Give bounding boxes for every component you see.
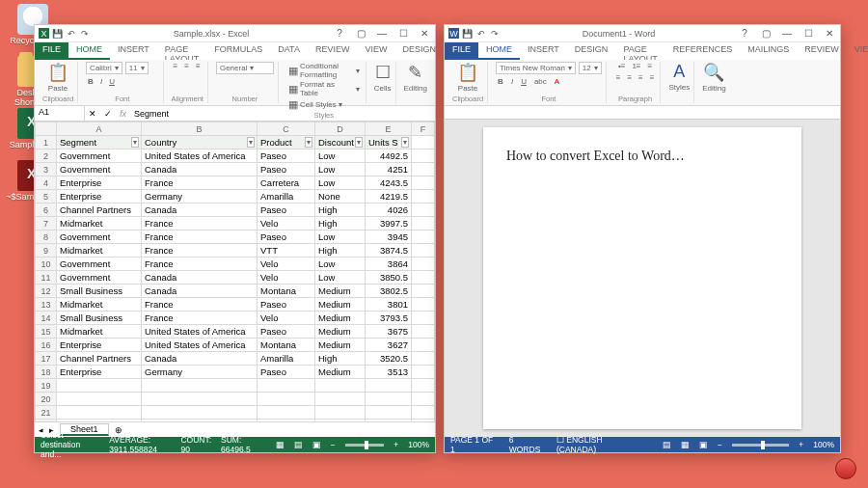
row-header[interactable]: 10 [36,258,57,271]
column-header[interactable] [36,122,57,136]
table-header-cell[interactable]: Product [258,136,315,149]
zoom-level[interactable]: 100% [813,440,834,449]
cell[interactable]: Medium [315,298,366,312]
cell[interactable]: Enterprise [57,176,142,190]
view-read-icon[interactable]: ▤ [663,440,671,449]
align-left-icon[interactable]: ≡ [614,73,623,82]
row-header[interactable]: 16 [36,339,57,352]
cell[interactable]: Paseo [258,149,315,163]
paste-button[interactable]: 📋Paste [42,62,73,93]
cell[interactable]: Montana [258,285,315,298]
word-ruler[interactable] [445,106,840,120]
cell[interactable]: France [142,244,258,258]
status-language[interactable]: ☐ ENGLISH (CANADA) [556,435,643,454]
cell[interactable]: United States of America [142,339,258,352]
cell[interactable]: Paseo [258,203,315,217]
view-print-icon[interactable]: ▦ [681,440,690,449]
document-body-text[interactable]: How to convert Excel to Word… [506,149,685,163]
cell[interactable]: Enterprise [57,339,142,352]
table-header-cell[interactable]: Segment [57,136,142,149]
row-header[interactable]: 2 [36,149,57,163]
tab-references[interactable]: REFERENCES [665,42,741,60]
row-header[interactable]: 20 [36,393,57,406]
zoom-slider[interactable] [345,444,385,447]
maximize-button[interactable]: ☐ [393,25,414,42]
cell[interactable] [366,393,412,406]
cell[interactable]: Medium [315,325,366,339]
ribbon-options-icon[interactable]: ▢ [350,25,371,42]
cell[interactable]: France [142,176,258,190]
cell[interactable]: Canada [142,271,258,285]
numbering-icon[interactable]: 1≡ [630,62,642,70]
cancel-fx-icon[interactable]: ✕ [89,109,96,119]
undo-icon[interactable]: ↶ [475,28,486,39]
cell[interactable]: Paseo [258,325,315,339]
cell[interactable]: VTT [258,244,315,258]
cell[interactable]: Channel Partners [57,203,142,217]
cell[interactable] [57,406,142,420]
cell[interactable]: United States of America [142,325,258,339]
cell[interactable]: Midmarket [57,244,142,258]
cell[interactable]: 3627 [366,339,412,352]
cell[interactable]: Canada [142,203,258,217]
cell[interactable] [258,406,315,420]
strikethrough-button[interactable]: abc [532,77,549,86]
cell[interactable]: Germany [142,190,258,203]
row-header[interactable]: 1 [36,136,57,149]
tray-recorder-icon[interactable] [835,458,856,479]
row-header[interactable]: 17 [36,352,57,366]
font-size-combo[interactable]: 11▾ [125,62,149,74]
new-sheet-icon[interactable]: ⊕ [115,425,122,435]
cell[interactable] [258,393,315,406]
cell[interactable]: 3801 [366,298,412,312]
status-page[interactable]: PAGE 1 OF 1 [450,435,500,454]
italic-button[interactable]: I [98,77,104,86]
tab-home[interactable]: HOME [478,42,520,60]
cell[interactable]: Midmarket [57,217,142,230]
cell[interactable]: Paseo [258,230,315,244]
cell[interactable]: Carretera [258,176,315,190]
cell[interactable]: Enterprise [57,366,142,379]
cell[interactable]: Velo [258,217,315,230]
cell[interactable]: 3802.5 [366,285,412,298]
tab-design[interactable]: DESIGN [567,42,616,60]
cell[interactable] [412,406,435,420]
tab-home[interactable]: HOME [68,42,110,60]
row-header[interactable]: 19 [36,379,57,393]
cell[interactable]: Canada [142,352,258,366]
cell[interactable] [366,420,412,422]
italic-button[interactable]: I [509,77,515,86]
ribbon-options-icon[interactable]: ▢ [755,25,776,42]
underline-button[interactable]: U [107,77,117,86]
cell[interactable]: 3945 [366,230,412,244]
cell[interactable]: France [142,298,258,312]
tab-file[interactable]: FILE [35,42,68,60]
cell[interactable]: Small Business [57,312,142,325]
cell[interactable]: Germany [142,366,258,379]
bold-button[interactable]: B [496,77,505,86]
tab-review[interactable]: REVIEW [797,42,847,60]
row-header[interactable]: 11 [36,271,57,285]
cell[interactable]: United States of America [142,149,258,163]
tab-page-layout[interactable]: PAGE LAYOUT [157,42,206,60]
font-size-combo[interactable]: 12▾ [579,62,602,74]
cell[interactable]: 4251 [366,163,412,176]
cell[interactable]: Medium [315,312,366,325]
row-header[interactable]: 13 [36,298,57,312]
cell[interactable]: Velo [258,271,315,285]
save-icon[interactable]: 💾 [52,28,63,39]
cell[interactable]: Small Business [57,285,142,298]
cell[interactable] [57,420,142,422]
view-normal-icon[interactable]: ▦ [276,440,285,449]
cell[interactable] [142,379,258,393]
cell[interactable] [366,379,412,393]
cell[interactable]: 4492.5 [366,149,412,163]
undo-icon[interactable]: ↶ [66,28,76,39]
column-header[interactable]: F [412,122,435,136]
cell[interactable]: 4219.5 [366,190,412,203]
column-header[interactable]: D [315,122,366,136]
row-header[interactable]: 3 [36,163,57,176]
format-as-table-button[interactable]: ▦Format as Table ▾ [286,80,362,97]
word-document-area[interactable]: How to convert Excel to Word… [445,120,840,437]
word-page[interactable]: How to convert Excel to Word… [483,127,801,429]
